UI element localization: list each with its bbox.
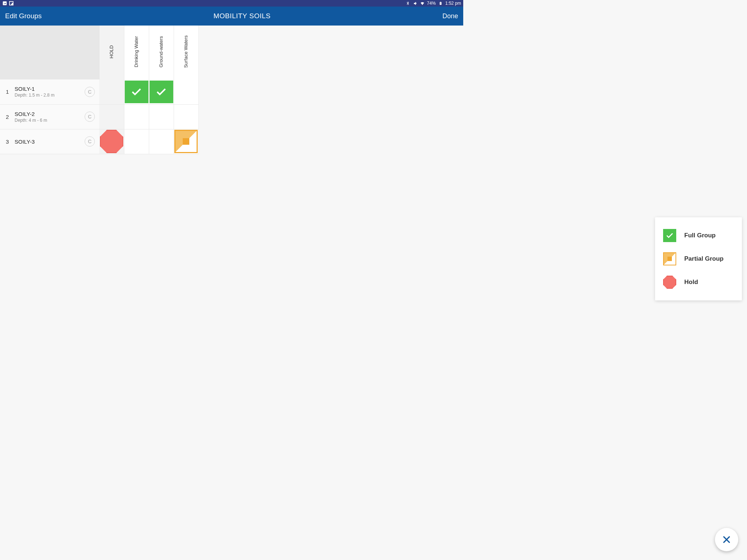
cell-drinking-water[interactable] — [124, 129, 149, 154]
column-label: Drinking Water — [133, 36, 139, 67]
column-header-hold[interactable]: HOLD — [99, 26, 124, 79]
row-number: 3 — [6, 139, 13, 145]
groups-matrix-table: HOLD Drinking Water Ground-waters Surfac… — [0, 26, 199, 154]
page-title: MOBILITY SOILS — [42, 12, 442, 20]
column-header-surface-waters[interactable]: Surface Waters — [174, 26, 198, 79]
svg-rect-6 — [440, 2, 441, 2]
c-badge[interactable]: C — [85, 87, 95, 97]
cell-drinking-water[interactable] — [124, 79, 149, 104]
row-header-soily-3[interactable]: 3 SOILY-3 C — [0, 129, 99, 154]
row-number: 1 — [6, 89, 13, 95]
column-header-groundwaters[interactable]: Ground-waters — [149, 26, 174, 79]
row-header-soily-2[interactable]: 2 SOILY-2 Depth: 4 m - 6 m C — [0, 104, 99, 129]
app-bar: Edit Groups MOBILITY SOILS Done — [0, 7, 463, 26]
row-number: 2 — [6, 114, 13, 120]
cell-hold[interactable] — [99, 104, 124, 129]
battery-charging-icon — [438, 1, 443, 6]
full-group-marker — [125, 81, 148, 103]
hold-marker — [100, 130, 123, 153]
table-row: 3 SOILY-3 C — [0, 129, 198, 154]
svg-rect-3 — [11, 2, 13, 3]
done-button[interactable]: Done — [442, 12, 458, 20]
check-icon — [156, 88, 166, 96]
cell-surface-waters[interactable] — [174, 79, 198, 104]
mute-icon — [413, 1, 418, 6]
cell-groundwaters[interactable] — [149, 79, 174, 104]
flipboard-icon — [9, 1, 14, 6]
cell-surface-waters[interactable] — [174, 129, 198, 154]
android-status-bar: 74% 1:52 pm — [0, 0, 463, 7]
svg-rect-2 — [10, 2, 11, 5]
svg-rect-4 — [11, 3, 12, 4]
cell-surface-waters[interactable] — [174, 104, 198, 129]
column-label: HOLD — [109, 45, 115, 58]
check-icon — [131, 88, 142, 96]
row-title: SOILY-2 — [15, 111, 85, 117]
column-header-drinking-water[interactable]: Drinking Water — [124, 26, 149, 79]
table-corner — [0, 26, 99, 79]
row-subtitle: Depth: 4 m - 6 m — [15, 118, 85, 123]
clock-text: 1:52 pm — [445, 1, 461, 6]
table-row: 2 SOILY-2 Depth: 4 m - 6 m C — [0, 104, 198, 129]
gallery-icon — [2, 1, 7, 6]
partial-group-marker — [174, 130, 198, 153]
c-badge[interactable]: C — [85, 112, 95, 122]
wifi-icon — [420, 1, 425, 6]
row-header-soily-1[interactable]: 1 SOILY-1 Depth: 1.5 m - 2.8 m C — [0, 79, 99, 104]
column-label: Ground-waters — [158, 36, 164, 67]
row-subtitle: Depth: 1.5 m - 2.8 m — [15, 93, 85, 98]
table-row: 1 SOILY-1 Depth: 1.5 m - 2.8 m C — [0, 79, 198, 104]
cell-hold[interactable] — [99, 79, 124, 104]
bluetooth-icon — [405, 1, 410, 6]
row-title: SOILY-1 — [15, 86, 85, 92]
cell-groundwaters[interactable] — [149, 129, 174, 154]
battery-percent: 74% — [427, 1, 436, 6]
cell-hold[interactable] — [99, 129, 124, 154]
full-group-marker — [150, 81, 173, 103]
edit-groups-button[interactable]: Edit Groups — [5, 12, 42, 20]
cell-groundwaters[interactable] — [149, 104, 174, 129]
cell-drinking-water[interactable] — [124, 104, 149, 129]
column-label: Surface Waters — [183, 35, 189, 68]
row-title: SOILY-3 — [15, 139, 85, 145]
svg-rect-0 — [3, 1, 7, 5]
c-badge[interactable]: C — [85, 136, 95, 147]
